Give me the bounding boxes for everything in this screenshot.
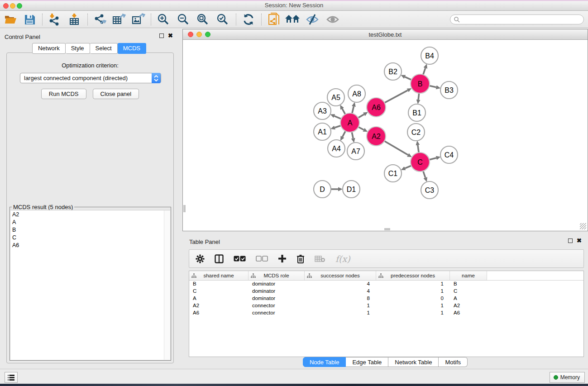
export-table-icon[interactable]: [111, 12, 127, 27]
table-cell[interactable]: A6: [450, 310, 487, 317]
memory-button[interactable]: Memory: [550, 372, 585, 383]
graph-node-label: C3: [425, 186, 435, 194]
tab-node-table[interactable]: Node Table: [303, 357, 346, 367]
tab-network-table[interactable]: Network Table: [388, 357, 439, 367]
tab-select[interactable]: Select: [90, 43, 118, 54]
new-network-from-selection-icon[interactable]: [266, 12, 282, 27]
table-cell[interactable]: 8: [305, 295, 376, 302]
apply-preferred-layout-icon[interactable]: [241, 12, 256, 27]
table-cell[interactable]: A: [450, 295, 487, 302]
mcds-result-list[interactable]: A2ABCA6: [10, 210, 170, 360]
mcds-result-item[interactable]: A2: [10, 210, 170, 218]
save-session-icon[interactable]: [22, 12, 37, 27]
tab-style[interactable]: Style: [66, 43, 90, 54]
run-mcds-button[interactable]: Run MCDS: [41, 89, 86, 99]
mcds-result-item[interactable]: C: [10, 234, 170, 241]
dropdown-stepper-icon: [152, 73, 161, 83]
import-network-from-file-icon[interactable]: [47, 12, 62, 27]
table-cell[interactable]: 4: [305, 288, 376, 295]
table-cell[interactable]: dominator: [249, 281, 305, 288]
table-cell[interactable]: C: [189, 288, 249, 295]
column-header-shared-name[interactable]: shared name: [189, 271, 249, 280]
close-panel-icon[interactable]: ✖: [168, 33, 173, 38]
show-all-networks-icon[interactable]: [285, 12, 301, 27]
table-cell[interactable]: C: [450, 288, 487, 295]
tab-network[interactable]: Network: [32, 43, 66, 54]
table-row[interactable]: A2connector11A2: [189, 302, 583, 310]
tab-mcds[interactable]: MCDS: [118, 43, 146, 54]
float-table-panel-icon[interactable]: [568, 238, 573, 243]
table-cell[interactable]: 1: [376, 288, 450, 295]
search-field[interactable]: [450, 14, 584, 24]
column-header-MCDS-role[interactable]: MCDS role: [249, 271, 305, 280]
column-layout-icon[interactable]: [215, 254, 224, 263]
open-file-icon[interactable]: [3, 12, 18, 27]
delete-column-icon[interactable]: [296, 254, 305, 263]
close-panel-button[interactable]: Close panel: [93, 89, 139, 99]
hide-selected-icon[interactable]: [305, 12, 320, 27]
close-table-panel-icon[interactable]: ✖: [577, 238, 582, 243]
mcds-list-scrollbar[interactable]: [164, 210, 170, 360]
optimization-criterion-dropdown[interactable]: largest connected component (directed): [20, 73, 161, 83]
status-bar: Memory: [0, 369, 588, 384]
mcds-result-item[interactable]: A: [10, 218, 170, 226]
apply-function-icon[interactable]: f(x): [335, 254, 350, 264]
float-panel-icon[interactable]: [159, 33, 164, 38]
column-header-name[interactable]: name: [450, 271, 487, 280]
network-resize-grip[interactable]: [580, 223, 586, 229]
table-cell[interactable]: connector: [249, 310, 305, 317]
zoom-selected-region-icon[interactable]: [215, 12, 230, 27]
select-all-checkboxes-icon[interactable]: [234, 256, 246, 262]
zoom-out-icon[interactable]: [176, 12, 191, 27]
tab-motifs[interactable]: Motifs: [439, 357, 468, 367]
table-row[interactable]: A6connector11A6: [189, 310, 583, 317]
export-network-icon[interactable]: [92, 12, 107, 27]
table-row[interactable]: Adominator80A: [189, 295, 583, 302]
network-graph[interactable]: B4B2BB3B1A5A8A6A3AA1C2A4A7A2CC4C1C3DD1: [183, 40, 588, 231]
control-panel: Control Panel ✖ NetworkStyleSelectMCDS O…: [0, 28, 178, 368]
table-cell[interactable]: 4: [305, 281, 376, 288]
table-cell[interactable]: dominator: [249, 295, 305, 302]
network-canvas[interactable]: B4B2BB3B1A5A8A6A3AA1C2A4A7A2CC4C1C3DD1: [183, 40, 587, 230]
column-header-predecessor-nodes[interactable]: predecessor nodes: [376, 271, 450, 280]
table-cell[interactable]: A2: [189, 302, 249, 310]
mcds-result-item[interactable]: B: [10, 226, 170, 234]
table-cell[interactable]: 1: [376, 281, 450, 288]
table-row[interactable]: Bdominator41B: [189, 281, 583, 288]
table-cell[interactable]: B: [450, 281, 487, 288]
deselect-all-checkboxes-icon[interactable]: [256, 256, 268, 262]
zoom-fit-content-icon[interactable]: [195, 12, 210, 27]
network-window-titlebar[interactable]: testGlobe.txt: [183, 29, 588, 40]
memory-status-icon: [554, 375, 558, 380]
table-cell[interactable]: A6: [189, 310, 249, 317]
tab-edge-table[interactable]: Edge Table: [346, 357, 388, 367]
table-cell[interactable]: 1: [376, 302, 450, 310]
network-horizontal-scrollbar[interactable]: [384, 228, 390, 230]
node-table[interactable]: shared nameMCDS rolesuccessor nodesprede…: [189, 271, 584, 357]
zoom-in-icon[interactable]: [156, 12, 171, 27]
table-cell[interactable]: A2: [450, 302, 487, 310]
network-vertical-scrollbar[interactable]: [183, 205, 186, 212]
mcds-result-item[interactable]: A6: [10, 241, 170, 249]
search-input[interactable]: [460, 15, 583, 24]
add-column-icon[interactable]: [278, 254, 287, 263]
node-table-header: shared nameMCDS rolesuccessor nodesprede…: [189, 271, 583, 281]
dropdown-value: largest connected component (directed): [24, 75, 128, 81]
table-settings-icon[interactable]: [196, 254, 205, 263]
table-cell[interactable]: 1: [376, 310, 450, 317]
table-cell[interactable]: dominator: [249, 288, 305, 295]
table-cell[interactable]: 0: [376, 295, 450, 302]
table-cell[interactable]: A: [189, 295, 249, 302]
table-cell[interactable]: 1: [305, 302, 376, 310]
table-cell[interactable]: connector: [249, 302, 305, 310]
export-image-icon[interactable]: [131, 12, 146, 27]
graph-node-label: D1: [347, 186, 356, 193]
table-cell[interactable]: B: [189, 281, 249, 288]
table-row[interactable]: Cdominator41C: [189, 288, 583, 295]
task-history-button[interactable]: [5, 372, 18, 383]
table-cell[interactable]: 1: [305, 310, 376, 317]
show-hidden-icon[interactable]: [325, 12, 340, 27]
column-header-successor-nodes[interactable]: successor nodes: [305, 271, 376, 280]
delete-table-icon[interactable]: [315, 255, 325, 262]
import-table-from-file-icon[interactable]: [67, 12, 82, 27]
